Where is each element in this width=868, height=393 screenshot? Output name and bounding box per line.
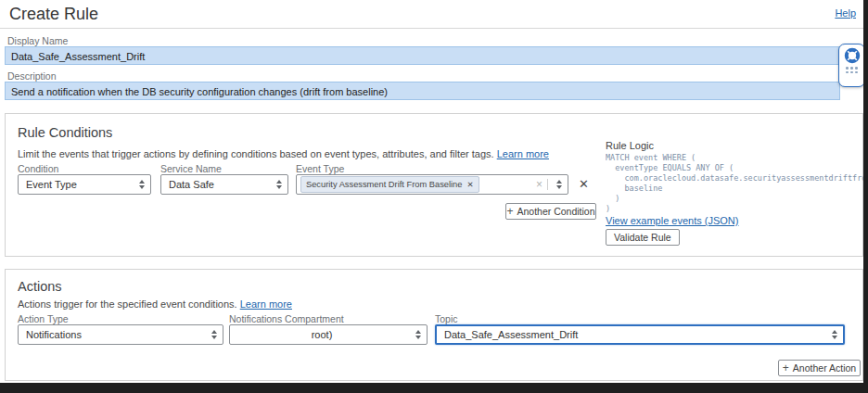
description-label: Description	[7, 70, 57, 82]
another-condition-button[interactable]: + Another Condition	[505, 203, 596, 220]
rule-conditions-section: Rule Conditions Limit the events that tr…	[5, 113, 863, 257]
life-ring-icon[interactable]	[844, 47, 861, 64]
description-input[interactable]: Send a notification when the DB security…	[5, 82, 840, 100]
event-type-multiselect[interactable]: Security Assessment Drift From Baseline …	[296, 174, 568, 195]
plus-icon: +	[783, 361, 789, 374]
condition-label: Condition	[18, 163, 58, 174]
actions-learn-more-link[interactable]: Learn more	[240, 298, 292, 310]
actions-intro-text: Actions trigger for the specified event …	[18, 298, 237, 310]
create-rule-page: Create Rule Help Display Name Data_Safe_…	[0, 0, 868, 393]
compartment-select[interactable]: root)	[229, 324, 428, 345]
topic-select-value: Data_Safe_Assessment_Drift	[444, 329, 578, 340]
field-separator	[547, 179, 548, 190]
event-type-tag[interactable]: Security Assessment Drift From Baseline …	[300, 176, 479, 193]
chevron-updown-icon[interactable]	[276, 180, 282, 189]
rule-conditions-intro: Limit the events that trigger actions by…	[18, 148, 549, 159]
rule-logic-title: Rule Logic	[606, 140, 654, 151]
validate-rule-label: Validate Rule	[614, 232, 671, 243]
drag-handle-icon[interactable]	[846, 67, 858, 73]
rule-logic-line: com.oraclecloud.datasafe.securityassessm…	[606, 173, 867, 184]
validate-rule-button[interactable]: Validate Rule	[606, 229, 680, 246]
another-action-label: Another Action	[793, 362, 856, 374]
plus-icon: +	[506, 205, 513, 218]
another-action-button[interactable]: + Another Action	[778, 360, 861, 376]
rule-conditions-intro-text: Limit the events that trigger actions by…	[18, 148, 494, 159]
view-example-events-link[interactable]: View example events (JSON)	[606, 215, 738, 226]
condition-select-value: Event Type	[26, 179, 77, 190]
actions-title: Actions	[18, 279, 62, 294]
service-name-label: Service Name	[160, 163, 222, 174]
rule-logic-code: MATCH event WHERE ( eventType EQUALS ANY…	[606, 153, 867, 214]
event-type-tag-label: Security Assessment Drift From Baseline	[306, 180, 462, 189]
chevron-updown-icon[interactable]	[556, 180, 562, 189]
compartment-label: Notifications Compartment	[229, 313, 344, 324]
display-name-label: Display Name	[7, 35, 68, 46]
another-condition-label: Another Condition	[517, 206, 594, 217]
action-type-select-value: Notifications	[26, 329, 82, 340]
condition-select[interactable]: Event Type	[18, 174, 151, 195]
page-title: Create Rule	[9, 5, 98, 24]
action-type-select[interactable]: Notifications	[18, 324, 223, 345]
actions-section: Actions Actions trigger for the specifie…	[5, 269, 863, 381]
chevron-updown-icon[interactable]	[139, 180, 145, 189]
rule-logic-line: )	[606, 204, 867, 214]
service-name-select-value: Data Safe	[169, 179, 214, 190]
remove-condition-icon[interactable]: ✕	[579, 178, 589, 190]
rule-logic-line: eventType EQUALS ANY OF (	[606, 163, 867, 173]
topic-select[interactable]: Data_Safe_Assessment_Drift	[435, 324, 845, 345]
help-link[interactable]: Help	[835, 7, 856, 19]
rule-conditions-learn-more-link[interactable]: Learn more	[497, 148, 549, 159]
compartment-select-value: root)	[312, 329, 333, 340]
rule-logic-line: MATCH event WHERE (	[606, 153, 867, 163]
tag-remove-icon[interactable]: ✕	[466, 180, 473, 189]
chevron-updown-icon[interactable]	[832, 330, 837, 339]
header-divider	[0, 28, 863, 29]
display-name-input[interactable]: Data_Safe_Assessment_Drift	[5, 46, 840, 65]
window-edge-bottom	[0, 383, 868, 393]
service-name-select[interactable]: Data Safe	[160, 174, 288, 195]
rule-logic-line: baseline	[606, 184, 867, 194]
window-edge-right	[863, 0, 868, 393]
actions-intro: Actions trigger for the specified event …	[18, 298, 292, 310]
action-type-label: Action Type	[18, 313, 69, 324]
floating-widget[interactable]	[838, 44, 865, 87]
clear-field-icon[interactable]: ×	[536, 178, 542, 191]
topic-label: Topic	[435, 313, 458, 324]
rule-conditions-title: Rule Conditions	[18, 125, 112, 140]
rule-logic-line: )	[606, 194, 867, 204]
event-type-label: Event Type	[296, 163, 344, 174]
chevron-updown-icon[interactable]	[211, 330, 217, 339]
chevron-updown-icon[interactable]	[415, 330, 421, 339]
